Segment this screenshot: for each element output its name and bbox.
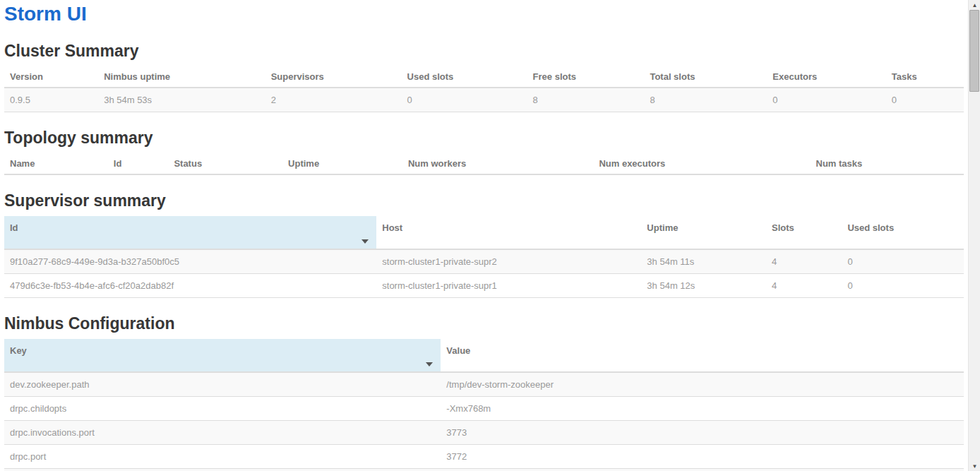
col-header-status[interactable]: Status: [168, 153, 282, 174]
scroll-up-icon: ▲: [972, 2, 978, 8]
col-header-num-workers[interactable]: Num workers: [402, 153, 593, 174]
page-title: Storm UI: [4, 3, 964, 25]
col-header-tasks[interactable]: Tasks: [886, 66, 964, 88]
cluster-summary-table: Version Nimbus uptime Supervisors Used s…: [4, 66, 964, 112]
cluster-total-slots-cell: 8: [644, 88, 767, 112]
col-header-supervisors[interactable]: Supervisors: [265, 66, 402, 88]
cluster-version-cell: 0.9.5: [4, 88, 98, 112]
table-header-row: Version Nimbus uptime Supervisors Used s…: [4, 66, 964, 88]
cluster-tasks-cell: 0: [886, 88, 964, 112]
topology-summary-table: Name Id Status Uptime Num workers Num ex…: [4, 153, 964, 175]
config-key-cell: dev.zookeeper.path: [4, 372, 441, 397]
col-header-uptime[interactable]: Uptime: [282, 153, 402, 174]
config-value-cell: 128: [441, 469, 964, 471]
supervisor-slots-cell: 4: [766, 274, 842, 298]
config-key-cell: drpc.childopts: [4, 397, 441, 421]
scroll-down-icon: ▼: [972, 463, 978, 470]
nimbus-configuration-heading: Nimbus Configuration: [4, 314, 964, 333]
col-header-executors[interactable]: Executors: [767, 66, 886, 88]
scrollbar-thumb[interactable]: [969, 10, 979, 92]
col-header-name[interactable]: Name: [4, 153, 108, 174]
cluster-supervisors-cell: 2: [265, 88, 402, 112]
topology-summary-heading: Topology summary: [4, 129, 964, 147]
supervisor-used-slots-cell: 0: [842, 249, 964, 274]
col-header-num-tasks[interactable]: Num tasks: [811, 153, 964, 174]
table-header-row: Key Value: [4, 339, 964, 372]
config-value-cell: 3773: [441, 421, 964, 445]
table-row: drpc.queue.size 128: [4, 469, 964, 471]
col-header-slots[interactable]: Slots: [766, 216, 842, 249]
sort-desc-icon: [426, 362, 433, 366]
col-header-key-sorted[interactable]: Key: [4, 339, 441, 372]
table-row: 479d6c3e-fb53-4b4e-afc6-cf20a2dab82f sto…: [4, 274, 964, 298]
col-header-id-label: Id: [10, 222, 18, 233]
supervisor-id-cell: 9f10a277-68c9-449e-9d3a-b327a50bf0c5: [4, 249, 376, 274]
col-header-host[interactable]: Host: [376, 216, 641, 249]
cluster-summary-heading: Cluster Summary: [4, 42, 964, 60]
supervisor-summary-heading: Supervisor summary: [4, 191, 964, 210]
cluster-executors-cell: 0: [767, 88, 886, 112]
nimbus-configuration-table: Key Value dev.zookeeper.path /tmp/dev-st…: [4, 339, 964, 471]
table-row: drpc.childopts -Xmx768m: [4, 397, 964, 421]
supervisor-uptime-cell: 3h 54m 11s: [641, 249, 766, 274]
table-header-row: Name Id Status Uptime Num workers Num ex…: [4, 153, 964, 174]
scroll-down-button[interactable]: ▼: [969, 461, 980, 471]
config-key-cell: drpc.queue.size: [4, 469, 441, 471]
table-row: dev.zookeeper.path /tmp/dev-storm-zookee…: [4, 372, 964, 397]
col-header-uptime[interactable]: Uptime: [641, 216, 766, 249]
config-key-cell: drpc.port: [4, 445, 441, 469]
supervisor-uptime-cell: 3h 54m 12s: [641, 274, 766, 298]
supervisor-id-cell: 479d6c3e-fb53-4b4e-afc6-cf20a2dab82f: [4, 274, 376, 298]
table-row: drpc.port 3772: [4, 445, 964, 469]
table-row: drpc.invocations.port 3773: [4, 421, 964, 445]
config-value-cell: -Xmx768m: [441, 397, 964, 421]
cluster-free-slots-cell: 8: [527, 88, 645, 112]
col-header-id-sorted[interactable]: Id: [4, 216, 376, 249]
col-header-used-slots[interactable]: Used slots: [842, 216, 964, 249]
col-header-value[interactable]: Value: [441, 339, 964, 372]
vertical-scrollbar[interactable]: ▲ ▼: [968, 0, 980, 471]
supervisor-host-cell: storm-cluster1-private-supr1: [376, 274, 641, 298]
cluster-used-slots-cell: 0: [402, 88, 527, 112]
col-header-num-executors[interactable]: Num executors: [593, 153, 810, 174]
scroll-up-button[interactable]: ▲: [969, 0, 980, 10]
table-header-row: Id Host Uptime Slots Used slots: [4, 216, 964, 249]
cluster-nimbus-uptime-cell: 3h 54m 53s: [98, 88, 265, 112]
col-header-nimbus-uptime[interactable]: Nimbus uptime: [98, 66, 265, 88]
storm-ui-home-link[interactable]: Storm UI: [4, 3, 87, 25]
supervisor-slots-cell: 4: [766, 249, 842, 274]
table-row: 9f10a277-68c9-449e-9d3a-b327a50bf0c5 sto…: [4, 249, 964, 274]
col-header-key-label: Key: [10, 345, 27, 356]
supervisor-used-slots-cell: 0: [842, 274, 964, 298]
table-row: 0.9.5 3h 54m 53s 2 0 8 8 0 0: [4, 88, 964, 112]
col-header-used-slots[interactable]: Used slots: [402, 66, 527, 88]
supervisor-summary-table: Id Host Uptime Slots Used slots 9f10a277…: [4, 216, 964, 298]
supervisor-host-cell: storm-cluster1-private-supr2: [376, 249, 641, 274]
config-key-cell: drpc.invocations.port: [4, 421, 441, 445]
storm-ui-page: Storm UI Cluster Summary Version Nimbus …: [0, 0, 968, 471]
sort-desc-icon: [361, 239, 369, 244]
config-value-cell: 3772: [441, 445, 964, 469]
col-header-free-slots[interactable]: Free slots: [527, 66, 645, 88]
col-header-id[interactable]: Id: [108, 153, 169, 174]
config-value-cell: /tmp/dev-storm-zookeeper: [441, 372, 964, 397]
col-header-version[interactable]: Version: [4, 66, 98, 88]
col-header-total-slots[interactable]: Total slots: [644, 66, 767, 88]
